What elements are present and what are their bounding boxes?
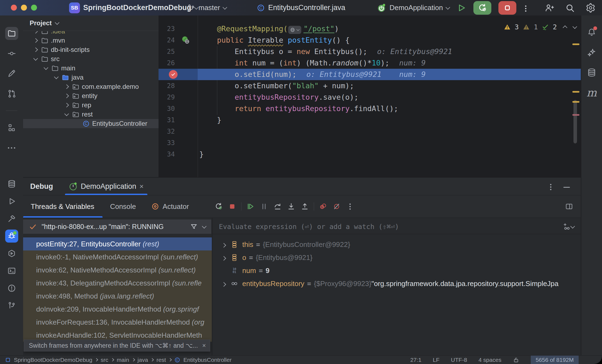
run-button[interactable]	[457, 3, 466, 13]
expand-toggle[interactable]	[43, 67, 49, 69]
expand-toggle[interactable]	[64, 113, 70, 115]
maximize-window-button[interactable]	[31, 5, 37, 11]
breadcrumb-java[interactable]: java	[138, 357, 148, 363]
debug-tab-actuator[interactable]: Actuator	[144, 195, 197, 218]
prev-problem-icon[interactable]	[563, 25, 567, 30]
code-line-29[interactable]: 29 entitybusRepository.save(o);	[159, 92, 581, 103]
expand-toggle[interactable]	[53, 76, 59, 79]
file-encoding[interactable]: UTF-8	[451, 357, 467, 363]
stripe-ai-assistant-button[interactable]	[585, 46, 598, 59]
step-over-button[interactable]	[271, 200, 284, 213]
stack-frame-row[interactable]: postEntity:27, EntitybusController (rest…	[23, 237, 212, 250]
tree-item-db-init-scripts[interactable]: db-init-scripts	[23, 45, 159, 54]
breakpoint-icon[interactable]	[169, 70, 178, 79]
tree-item-java[interactable]: java	[23, 73, 159, 82]
url-inlay-hint[interactable]	[288, 26, 301, 34]
variable-row-num[interactable]: 1001num=9	[212, 264, 581, 277]
activity-debug-button[interactable]	[5, 230, 18, 243]
error-stripe-mark[interactable]	[572, 91, 579, 93]
code-line-31[interactable]: 31 }	[159, 114, 581, 126]
filter-icon[interactable]	[190, 223, 198, 231]
tree-item-rep[interactable]: rep	[23, 101, 159, 110]
stop-button[interactable]	[498, 1, 516, 15]
breadcrumb-class[interactable]: EntitybusController	[183, 357, 231, 363]
code-line-28[interactable]: 28 o.setEnumber("blah" + num);	[159, 80, 581, 92]
chevron-right-icon[interactable]	[33, 31, 38, 33]
thread-selector[interactable]: "http-nio-8080-ex...up "main": RUNNING	[23, 219, 211, 234]
error-stripe-mark[interactable]	[572, 43, 579, 45]
activity-run-button[interactable]	[5, 195, 18, 208]
activity-database-button[interactable]	[5, 177, 18, 190]
chevron-right-icon[interactable]	[64, 103, 69, 108]
minimize-window-button[interactable]	[21, 5, 27, 11]
tree-item--mvn[interactable]: .mvn	[23, 36, 159, 45]
chevron-right-icon[interactable]	[33, 38, 38, 43]
line-number[interactable]: 33	[159, 137, 175, 149]
line-number[interactable]: 32	[159, 126, 175, 137]
debug-tab-threads-variables[interactable]: Threads & Variables	[31, 195, 103, 218]
error-stripe-mark[interactable]	[572, 101, 579, 103]
stack-frame-row[interactable]: invokeForRequest:136, InvocableHandlerMe…	[23, 316, 212, 329]
expand-toggle[interactable]	[33, 39, 39, 42]
line-number[interactable]: 29	[159, 92, 175, 103]
step-into-button[interactable]	[284, 200, 298, 213]
vcs-widget[interactable]: master	[187, 0, 226, 15]
code-line-26[interactable]: 26 int num = (int) (Math.random()*10);nu…	[159, 57, 581, 69]
code-line-33[interactable]: 33	[159, 137, 581, 149]
code-line-27[interactable]: o.setEid(num);o: Entitybus@9921 num: 9	[159, 69, 581, 80]
settings-button[interactable]	[586, 3, 595, 13]
expand-toggle[interactable]	[64, 85, 70, 88]
activity-problems-button[interactable]	[5, 282, 18, 295]
close-icon[interactable]: ×	[202, 342, 206, 349]
variable-row-o[interactable]: o={Entitybus@9921}	[212, 251, 581, 264]
mute-breakpoints-button[interactable]	[330, 200, 343, 213]
line-number[interactable]: 28	[159, 80, 175, 92]
stack-frame-row[interactable]: invoke:498, Method (java.lang.reflect)	[23, 290, 212, 303]
activity-services-button[interactable]	[5, 247, 18, 260]
expand-toggle[interactable]	[222, 253, 230, 262]
tree-item-com-example-demo[interactable]: com.example.demo	[23, 82, 159, 91]
line-separator[interactable]: LF	[433, 357, 440, 363]
activity-terminal-button[interactable]	[5, 264, 18, 277]
expand-toggle[interactable]	[33, 48, 39, 51]
expand-toggle[interactable]	[222, 240, 230, 249]
evaluate-expression-row[interactable]: Evaluate expression (⏎) or add a watch (…	[212, 219, 581, 234]
tree-item-entitybuscontroller[interactable]: CEntitybusController	[23, 119, 159, 128]
chevron-right-icon[interactable]	[222, 282, 226, 287]
line-number[interactable]: 25	[159, 46, 175, 57]
restart-debug-button[interactable]	[212, 200, 225, 213]
breadcrumb-main[interactable]: main	[117, 357, 129, 363]
evaluate-expression-input[interactable]: Evaluate expression (⏎) or add a watch (…	[219, 223, 556, 231]
tree-item-entity[interactable]: entity	[23, 91, 159, 101]
step-out-button[interactable]	[298, 200, 312, 213]
breadcrumb-project[interactable]: SpringBootDockerDemoDebug	[14, 357, 92, 363]
tree-item-src[interactable]: src	[23, 54, 159, 64]
stop-button[interactable]	[225, 200, 239, 213]
pause-button[interactable]	[257, 200, 271, 213]
debug-tab-console[interactable]: Console	[103, 195, 144, 218]
activity-edit-button[interactable]	[5, 67, 18, 80]
activity-commit-button[interactable]	[5, 47, 18, 60]
code-line-30[interactable]: 30 return entitybusRepository.findAll();	[159, 103, 581, 114]
breadcrumb-src[interactable]: src	[101, 357, 108, 363]
tree-item-rest[interactable]: rest	[23, 110, 159, 119]
line-number[interactable]: 34	[159, 149, 175, 160]
activity-pull-requests-button[interactable]	[5, 87, 18, 100]
hide-panel-button[interactable]	[563, 184, 570, 189]
stack-frame-row[interactable]: invoke:62, NativeMethodAccessorImpl (sun…	[23, 263, 212, 277]
add-user-button[interactable]	[544, 3, 554, 13]
unlock-icon[interactable]	[513, 357, 519, 363]
chevron-right-icon[interactable]	[64, 84, 69, 89]
chevron-right-icon[interactable]	[222, 243, 226, 247]
add-watch-icon[interactable]	[563, 223, 571, 231]
line-number[interactable]: 30	[159, 103, 175, 114]
search-button[interactable]	[565, 3, 575, 13]
chevron-down-icon[interactable]	[33, 56, 38, 61]
stripe-database-button[interactable]	[585, 66, 598, 79]
line-number[interactable]: 23	[159, 23, 175, 34]
view-breakpoints-button[interactable]	[316, 200, 330, 213]
memory-indicator[interactable]: 5656 of 8192M	[531, 356, 579, 364]
activity-project-button[interactable]	[5, 27, 18, 40]
line-number[interactable]: 24	[159, 34, 175, 46]
stripe-maven-button[interactable]: m	[585, 86, 598, 99]
